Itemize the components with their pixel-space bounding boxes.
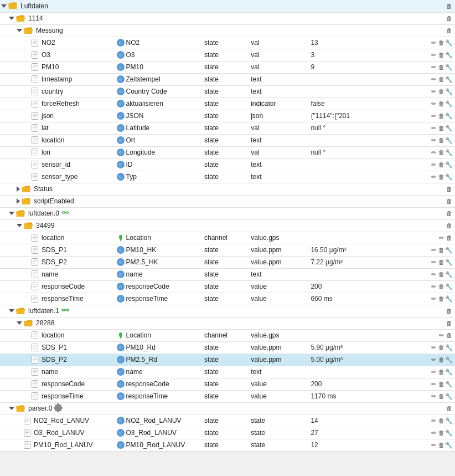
table-row[interactable]: SDS_P2○PM2.5_HKstatevalue.ppm7.22 µg/m³✏… [0, 256, 455, 268]
table-row[interactable]: scriptEnabled🗑 [0, 195, 455, 207]
table-row[interactable]: responseCode○responseCodestatevalue200✏🗑… [0, 378, 455, 390]
edit-button[interactable]: ✏ [430, 149, 437, 156]
delete-button[interactable]: 🗑 [437, 441, 445, 449]
table-row[interactable]: O3_Rod_LANUV○O3_Rod_LANUVstatestate27✏🗑🔧 [0, 427, 455, 439]
delete-button[interactable]: 🗑 [437, 270, 445, 278]
edit-button[interactable]: ✏ [430, 380, 437, 388]
settings-button-active[interactable]: 🔧 [445, 356, 453, 364]
delete-button[interactable]: 🗑 [437, 39, 445, 47]
settings-button[interactable]: 🔧 [445, 283, 453, 290]
delete-button[interactable]: 🗑 [437, 88, 445, 95]
edit-button[interactable]: ✏ [430, 441, 437, 449]
delete-button[interactable]: 🗑 [437, 380, 445, 388]
edit-button[interactable]: ✏ [430, 75, 437, 83]
table-row[interactable]: lat○Latitudestatevalnull °✏🗑🔧 [0, 122, 455, 134]
delete-button[interactable]: 🗑 [437, 136, 445, 144]
edit-button[interactable]: ✏ [430, 417, 437, 424]
table-row[interactable]: sensor_type○Typstatetext✏🗑🔧 [0, 171, 455, 183]
expand-icon[interactable] [17, 321, 22, 325]
table-row[interactable]: name○namestatetext✏🗑🔧 [0, 268, 455, 280]
settings-button[interactable]: 🔧 [445, 75, 453, 83]
settings-button[interactable]: 🔧 [445, 39, 453, 47]
expand-icon[interactable] [9, 407, 14, 410]
table-row[interactable]: SDS_P1○PM10_HKstatevalue.ppm16.50 µg/m³✏… [0, 244, 455, 256]
table-row[interactable]: responseTime○responseTimestatevalue660 m… [0, 293, 455, 305]
settings-button[interactable]: 🔧 [445, 417, 453, 424]
edit-button[interactable]: ✏ [430, 63, 437, 71]
table-row[interactable]: PM10_Rod_LANUV○PM10_Rod_LANUVstatestate1… [0, 439, 455, 451]
delete-button[interactable]: 🗑 [437, 51, 445, 59]
expand-icon[interactable] [1, 4, 7, 8]
settings-button-active[interactable]: 🔧 [445, 63, 453, 71]
table-row[interactable]: luftdaten.1🗑 [0, 305, 455, 317]
expand-icon[interactable] [9, 309, 14, 313]
table-row[interactable]: locationLocationchannelvalue.gps✏🗑 [0, 232, 455, 244]
table-row[interactable]: luftdaten.0🗑 [0, 207, 455, 219]
table-row[interactable]: Status🗑 [0, 183, 455, 195]
delete-button[interactable]: 🗑 [445, 14, 453, 22]
settings-button[interactable]: 🔧 [445, 88, 453, 95]
edit-button[interactable]: ✏ [430, 124, 437, 132]
table-row[interactable]: json○JSONstatejson{"1114":{"201✏🗑🔧 [0, 110, 455, 122]
table-row[interactable]: 1114🗑 [0, 12, 455, 24]
settings-button[interactable]: 🔧 [445, 380, 453, 388]
settings-button[interactable]: 🔧 [445, 100, 453, 108]
delete-button[interactable]: 🗑 [437, 392, 445, 400]
table-row[interactable]: Messung🗑 [0, 24, 455, 37]
delete-button[interactable]: 🗑 [445, 234, 453, 242]
delete-button[interactable]: 🗑 [437, 161, 445, 168]
delete-button[interactable]: 🗑 [437, 63, 445, 71]
table-row[interactable]: 34499🗑 [0, 219, 455, 232]
settings-button[interactable]: 🔧 [445, 441, 453, 449]
table-row[interactable]: timestamp○Zeitstempelstatetext✏🗑🔧 [0, 73, 455, 85]
table-row[interactable]: 28288🗑 [0, 317, 455, 329]
edit-button[interactable]: ✏ [430, 100, 437, 108]
delete-button[interactable]: 🗑 [437, 295, 445, 303]
table-row[interactable]: sensor_id○IDstatetext✏🗑🔧 [0, 158, 455, 171]
table-row[interactable]: Luftdaten🗑 [0, 0, 455, 12]
edit-button[interactable]: ✏ [430, 246, 437, 254]
settings-button[interactable]: 🔧 [445, 136, 453, 144]
settings-button[interactable]: 🔧 [445, 295, 453, 303]
delete-button[interactable]: 🗑 [437, 75, 445, 83]
delete-button[interactable]: 🗑 [437, 344, 445, 351]
table-row[interactable]: O3○O3stateval3✏🗑🔧 [0, 49, 455, 61]
delete-button[interactable]: 🗑 [437, 258, 445, 266]
delete-button[interactable]: 🗑 [445, 331, 453, 339]
table-row[interactable]: NO2_Rod_LANUV○NO2_Rod_LANUVstatestate14✏… [0, 414, 455, 427]
delete-button[interactable]: 🗑 [437, 417, 445, 424]
table-row[interactable]: location○Ortstatetext✏🗑🔧 [0, 134, 455, 146]
edit-button[interactable]: ✏ [430, 258, 437, 266]
table-row[interactable]: lon○Longitudestatevalnull °✏🗑🔧 [0, 146, 455, 158]
settings-button[interactable]: 🔧 [445, 429, 453, 437]
delete-button[interactable]: 🗑 [445, 222, 453, 229]
expand-icon[interactable] [9, 212, 14, 215]
edit-button[interactable]: ✏ [430, 295, 437, 303]
delete-button[interactable]: 🗑 [437, 429, 445, 437]
table-row[interactable]: country○Country Codestatetext✏🗑🔧 [0, 85, 455, 98]
settings-button[interactable]: 🔧 [445, 149, 453, 156]
edit-button[interactable]: ✏ [430, 283, 437, 290]
edit-button[interactable]: ✏ [430, 173, 437, 181]
delete-button[interactable]: 🗑 [437, 246, 445, 254]
settings-button[interactable]: 🔧 [445, 392, 453, 400]
edit-button[interactable]: ✏ [430, 51, 437, 59]
settings-button[interactable]: 🔧 [445, 368, 453, 376]
expand-icon[interactable] [9, 17, 14, 20]
delete-button[interactable]: 🗑 [437, 356, 445, 364]
delete-button[interactable]: 🗑 [445, 405, 453, 412]
delete-button[interactable]: 🗑 [437, 149, 445, 156]
edit-button[interactable]: ✏ [437, 234, 445, 242]
delete-button[interactable]: 🗑 [445, 27, 453, 34]
delete-button[interactable]: 🗑 [445, 185, 453, 193]
settings-button[interactable]: 🔧 [445, 161, 453, 168]
table-row[interactable]: responseTime○responseTimestatevalue1170 … [0, 390, 455, 402]
delete-button[interactable]: 🗑 [437, 124, 445, 132]
edit-button[interactable]: ✏ [430, 136, 437, 144]
delete-button[interactable]: 🗑 [437, 100, 445, 108]
settings-button[interactable]: 🔧 [445, 51, 453, 59]
expand-icon[interactable] [17, 29, 22, 32]
delete-button[interactable]: 🗑 [445, 307, 453, 315]
table-row[interactable]: SDS_P1○PM10_Rdstatevalue.ppm5.90 µg/m³✏🗑… [0, 341, 455, 354]
delete-button[interactable]: 🗑 [437, 283, 445, 290]
